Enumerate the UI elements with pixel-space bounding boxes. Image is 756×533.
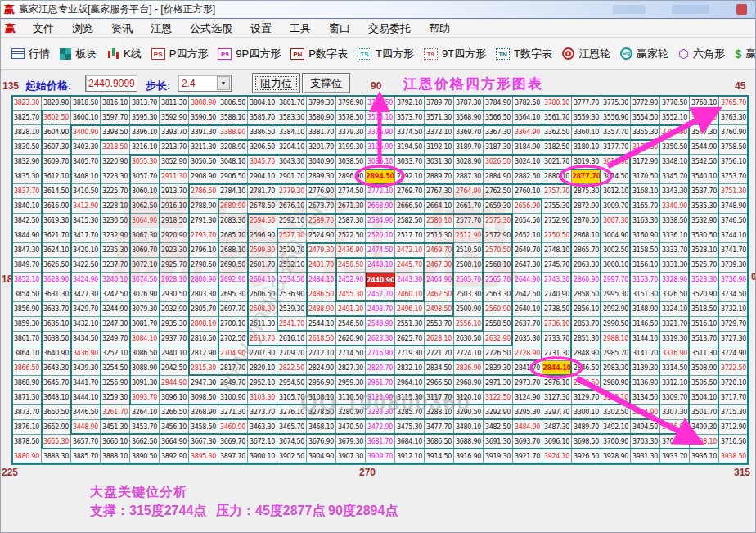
- grid-cell: 3103.30: [248, 391, 277, 405]
- toolbar-item-T四方形[interactable]: TST四方形: [358, 47, 414, 61]
- grid-cell: 3300.10: [572, 405, 601, 420]
- menu-item-设置[interactable]: 设置: [241, 22, 281, 34]
- grid-cell: 3669.70: [218, 435, 248, 449]
- grid-cell: 3516.10: [690, 317, 719, 332]
- grid-cell: 3775.30: [601, 96, 631, 111]
- grid-cell: 3276.10: [277, 405, 307, 420]
- grid-cell: 3696.10: [542, 435, 572, 449]
- grid-cell: 2872.90: [572, 199, 601, 214]
- badge: P9: [218, 48, 232, 60]
- grid-cell: 3072.10: [130, 258, 160, 273]
- grid-cell: 3115.30: [395, 391, 425, 405]
- toolbar-item-9T四方形[interactable]: T99T四方形: [424, 47, 486, 61]
- toolbar-item-板块[interactable]: 板块: [60, 47, 97, 61]
- grid-cell: 2836.90: [454, 361, 484, 376]
- grid-cell: 3405.70: [71, 155, 101, 169]
- menu-item-江恩[interactable]: 江恩: [142, 22, 181, 34]
- grid-cell: 3424.90: [71, 273, 101, 287]
- close-icon[interactable]: [736, 4, 747, 15]
- toolbar-item-9P四方形[interactable]: P99P四方形: [218, 47, 281, 61]
- grid-cell: 3352.90: [660, 125, 690, 140]
- menu-item-浏览[interactable]: 浏览: [63, 22, 102, 34]
- menu-item-资讯[interactable]: 资讯: [102, 22, 142, 34]
- grid-cell: 3386.50: [248, 125, 277, 140]
- grid-cell: 2568.10: [484, 258, 513, 273]
- toolbar-item-赢家轮[interactable]: Big赢家轮: [620, 47, 668, 61]
- menu-item-帮助[interactable]: 帮助: [420, 22, 459, 34]
- chevron-down-icon[interactable]: ▼: [217, 76, 230, 90]
- grid-cell: 2580.10: [425, 214, 454, 228]
- step-combobox[interactable]: 2.4 ▼: [178, 75, 232, 92]
- grid-cell: 3765.70: [719, 96, 749, 111]
- grid-cell: 3484.90: [513, 420, 542, 435]
- toolbar-item-行情[interactable]: 行情: [11, 47, 50, 61]
- grid-cell: 2616.10: [277, 332, 307, 346]
- support-button[interactable]: 支撑位: [302, 73, 350, 93]
- grid-cell: 3823.30: [12, 96, 42, 111]
- toolbar-item-P数字表[interactable]: PNP数字表: [290, 47, 348, 61]
- grid-cell: 2745.70: [542, 258, 572, 273]
- grid-cell: 2784.10: [218, 184, 248, 199]
- grid-cell: 3508.90: [690, 361, 719, 376]
- grid-cell: 3247.30: [101, 317, 130, 332]
- grid-cell: 3907.30: [336, 449, 366, 464]
- resistance-button[interactable]: 阻力位: [252, 73, 300, 93]
- menu-item-交易委托[interactable]: 交易委托: [359, 22, 420, 34]
- start-price-input[interactable]: [85, 75, 137, 92]
- grid-cell: 2978.50: [572, 376, 601, 391]
- toolbar-item-江恩轮[interactable]: 江恩轮: [562, 47, 610, 61]
- grid-cell: 3724.90: [719, 346, 749, 361]
- grid-cell: 3840.10: [12, 199, 42, 214]
- grid-cell: 3811.30: [160, 96, 189, 111]
- toolbar-item-T数字表[interactable]: TNT数字表: [496, 47, 552, 61]
- toolbar-item-K线[interactable]: K线: [106, 47, 142, 61]
- angle-label-45: 45: [735, 80, 745, 92]
- grid-cell: 3904.90: [307, 449, 336, 464]
- grid-cell: 2647.30: [513, 258, 542, 273]
- grid-cell: 3223.30: [101, 169, 130, 184]
- menu-item-公式选股[interactable]: 公式选股: [181, 22, 241, 34]
- grid-cell: 3379.30: [336, 125, 366, 140]
- grid-cell: 2786.50: [189, 184, 218, 199]
- grid-cell: 3228.10: [101, 199, 130, 214]
- grid-cell: 3552.10: [660, 111, 690, 125]
- menu-item-窗口[interactable]: 窗口: [320, 22, 359, 34]
- grid-cell: 2896.90: [336, 169, 366, 184]
- grid-cell: 2570.50: [484, 243, 513, 258]
- grid-cell: 3854.50: [12, 287, 42, 302]
- grid-cell: 2630.50: [454, 332, 484, 346]
- badge-dotted: TS: [358, 48, 371, 60]
- grid-cell: 3120.10: [454, 391, 484, 405]
- candlestick-icon: [106, 47, 119, 60]
- grid-cell: 2625.70: [395, 332, 425, 346]
- grid-cell: 3607.30: [42, 140, 71, 155]
- grid-cell: 3492.10: [601, 420, 631, 435]
- grid-cell: 2889.70: [425, 169, 454, 184]
- grid-cell: 3036.10: [366, 155, 395, 169]
- grid-cell: 3420.10: [71, 243, 101, 258]
- grid-cell: 2968.90: [454, 376, 484, 391]
- toolbar-item-P四方形[interactable]: PSP四方形: [151, 47, 209, 61]
- grid-cell: 3163.30: [631, 214, 660, 228]
- grid-cell: 2944.90: [160, 376, 189, 391]
- grid-cell: 2661.70: [454, 199, 484, 214]
- toolbar-item-赢家服务[interactable]: $赢家服务: [735, 47, 756, 61]
- grid-cell-highlight: 2844.10: [542, 361, 572, 376]
- grid-cell: 2904.10: [248, 169, 277, 184]
- grid-cell: 2870.50: [572, 214, 601, 228]
- grid-cell: 3888.10: [101, 449, 130, 464]
- grid-cell: 3283.30: [366, 405, 395, 420]
- grid-cell: 2882.50: [513, 169, 542, 184]
- toolbar-item-六角形[interactable]: ⬡六角形: [678, 47, 725, 61]
- grid-cell: 3002.50: [601, 243, 631, 258]
- grid-cell: 3456.10: [160, 420, 189, 435]
- menu-item-文件[interactable]: 文件: [24, 22, 63, 34]
- grid-cell: 3391.30: [189, 125, 218, 140]
- grid-cell: 3547.30: [690, 125, 719, 140]
- grid-cell: 2880.10: [542, 169, 572, 184]
- grid-cell: 3136.90: [631, 376, 660, 391]
- grid-cell: 2685.70: [218, 228, 248, 243]
- menu-item-工具[interactable]: 工具: [281, 22, 320, 34]
- grid-cell: 2448.10: [366, 258, 395, 273]
- grid-cell: 2973.70: [513, 376, 542, 391]
